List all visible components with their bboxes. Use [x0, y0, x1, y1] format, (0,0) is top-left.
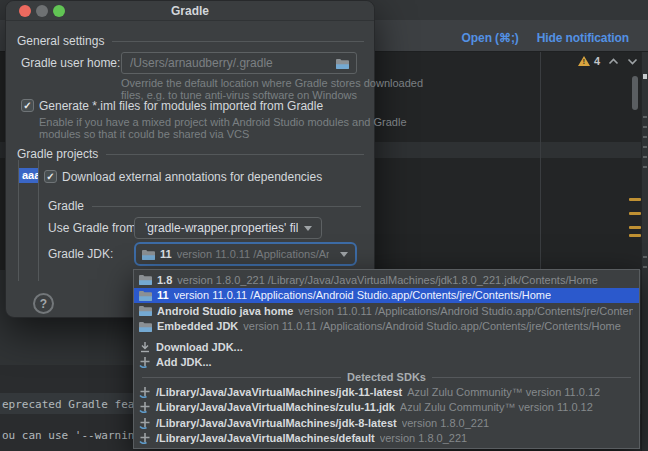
download-jdk-action[interactable]: Download JDK... [134, 339, 639, 355]
gutter-mark [643, 146, 647, 148]
scrollbar-thumb[interactable] [632, 76, 638, 110]
generate-iml-help-1: Enable if you have a mixed project with … [39, 116, 407, 128]
add-icon [139, 356, 151, 368]
gradle-user-home-field[interactable]: /Users/arnaudberry/.gradle [121, 52, 357, 74]
gutter-mark [643, 156, 647, 158]
gutter-mark [643, 266, 647, 268]
problems-widget: 4 [578, 55, 638, 67]
gradle-jdk-value-name: 11 [160, 248, 172, 260]
help-button[interactable]: ? [33, 293, 54, 314]
minimize-window-button[interactable] [36, 5, 48, 17]
close-window-button[interactable] [19, 5, 31, 17]
gradle-user-home-label: Gradle user home: [21, 56, 120, 70]
gradle-jdk-value-detail: version 11.0.11 /Applications/Android [177, 248, 329, 260]
jdk-icon [139, 321, 152, 332]
download-annotations-checkbox[interactable]: ✓ [44, 170, 57, 183]
gradle-jdk-label: Gradle JDK: [48, 247, 113, 261]
jdk-icon [139, 305, 152, 316]
gutter-mark [643, 116, 647, 118]
console-text-line2: ou can use '--warning-m [2, 429, 154, 442]
detected-sdks-separator: Detected SDKs [134, 370, 639, 384]
warning-stripe-mark[interactable] [629, 234, 641, 237]
jdk-dropdown-popup: 1.8 version 1.8.0_221 /Library/Java/Java… [133, 269, 640, 449]
gutter-mark [643, 136, 647, 138]
jdk-icon [139, 274, 152, 285]
traffic-lights [19, 5, 65, 17]
warning-count: 4 [594, 55, 600, 67]
jdk-icon [142, 249, 155, 260]
folder-icon[interactable] [336, 58, 349, 69]
combo-arrow-icon [304, 226, 312, 231]
warning-icon [578, 56, 590, 66]
gradle-jdk-combo[interactable]: 11 version 11.0.11 /Applications/Android [134, 242, 357, 266]
use-gradle-from-label: Use Gradle from: [48, 221, 139, 235]
dialog-titlebar: Gradle [6, 1, 374, 21]
console-text-line1: eprecated Gradle featu [2, 398, 148, 411]
panel-divider [540, 52, 541, 270]
user-home-help-1: Override the default location where Grad… [121, 77, 423, 89]
jdk-option[interactable]: 1.8 version 1.8.0_221 /Library/Java/Java… [134, 272, 639, 288]
right-gutter [641, 52, 648, 451]
section-gradle: Gradle [48, 199, 361, 213]
gutter-mark [643, 256, 647, 258]
add-icon [139, 401, 151, 413]
download-icon [139, 341, 151, 353]
jdk-option-selected[interactable]: 11 version 11.0.11 /Applications/Android… [134, 288, 639, 304]
chevron-up-icon[interactable] [608, 58, 619, 65]
screenshot-root: Open (⌘;) Hide notification eprecated Gr… [0, 0, 648, 451]
detected-sdk-option[interactable]: /Library/Java/JavaVirtualMachines/defaul… [134, 431, 639, 447]
gutter-mark [643, 166, 647, 168]
add-jdk-action[interactable]: Add JDK... [134, 355, 639, 371]
gradle-user-home-value: /Users/arnaudberry/.gradle [130, 56, 336, 70]
gradle-project-item[interactable]: aaa [19, 168, 38, 183]
warning-stripe-mark[interactable] [629, 212, 641, 215]
generate-iml-checkbox[interactable]: ✓ [21, 99, 34, 112]
hide-notification-link[interactable]: Hide notification [537, 31, 629, 45]
section-gradle-projects: Gradle projects [17, 147, 364, 161]
open-link[interactable]: Open (⌘;) [462, 31, 519, 45]
detected-sdk-option[interactable]: /Library/Java/JavaVirtualMachines/jdk-11… [134, 384, 639, 400]
generate-iml-help-2: modules so that it could be shared via V… [39, 128, 249, 140]
combo-arrow-icon [340, 252, 348, 257]
download-annotations-label[interactable]: Download external annotations for depend… [62, 170, 322, 184]
add-icon [139, 417, 151, 429]
jdk-option[interactable]: Embedded JDK version 11.0.11 /Applicatio… [134, 319, 639, 335]
jdk-icon [139, 290, 152, 301]
gutter-mark [643, 74, 647, 79]
detected-sdk-option[interactable]: /Library/Java/JavaVirtualMachines/jdk-8-… [134, 415, 639, 431]
zoom-window-button[interactable] [53, 5, 65, 17]
jdk-option[interactable]: Android Studio java home version 11.0.11… [134, 303, 639, 319]
section-general-settings: General settings [17, 34, 364, 48]
warning-stripe-mark[interactable] [629, 226, 641, 229]
generate-iml-label[interactable]: Generate *.iml files for modules importe… [39, 99, 323, 113]
add-icon [139, 386, 151, 398]
chevron-down-icon[interactable] [627, 58, 638, 65]
warning-stripe-mark[interactable] [629, 198, 641, 201]
add-icon [139, 432, 151, 444]
dialog-title: Gradle [171, 4, 209, 18]
use-gradle-from-combo[interactable]: 'gradle-wrapper.properties' file [134, 217, 322, 239]
gutter-mark [643, 126, 647, 128]
use-gradle-from-value: 'gradle-wrapper.properties' file [145, 221, 298, 235]
detected-sdk-option[interactable]: /Library/Java/JavaVirtualMachines/zulu-1… [134, 400, 639, 416]
